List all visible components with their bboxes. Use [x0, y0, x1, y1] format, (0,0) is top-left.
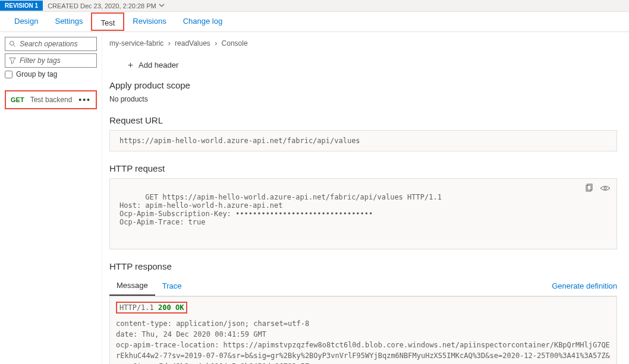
no-products-text: No products — [109, 95, 617, 103]
svg-point-4 — [604, 187, 606, 189]
http-method: GET — [11, 96, 24, 103]
page-tabs: Design Settings Test Revisions Change lo… — [0, 12, 629, 32]
status-line: HTTP/1.1 200 OK — [116, 302, 187, 314]
sidebar: Search operations Filter by tags Group b… — [0, 32, 102, 364]
tab-settings[interactable]: Settings — [46, 12, 91, 31]
svg-line-1 — [14, 45, 15, 47]
section-http-request: HTTP request — [109, 163, 617, 173]
http-response-box: HTTP/1.1 200 OK content-type: applicatio… — [109, 296, 617, 364]
section-http-response: HTTP response — [109, 261, 617, 271]
operation-row[interactable]: GET Test backend ••• — [5, 90, 97, 109]
breadcrumb: my-service-fabric › readValues › Console — [109, 39, 617, 48]
more-icon[interactable]: ••• — [78, 95, 91, 105]
generate-definition-link[interactable]: Generate definition — [552, 277, 617, 295]
operation-label: Test backend — [30, 96, 79, 104]
tab-revisions[interactable]: Revisions — [124, 12, 174, 31]
tab-design[interactable]: Design — [6, 12, 46, 31]
plus-icon: ＋ — [126, 59, 135, 71]
filter-input[interactable]: Filter by tags — [5, 53, 97, 68]
revision-bar: REVISION 1 CREATED Dec 23, 2020, 2:20:28… — [0, 0, 629, 12]
search-icon — [9, 40, 16, 48]
chevron-down-icon[interactable] — [159, 2, 165, 10]
group-by-tag-checkbox[interactable]: Group by tag — [5, 70, 97, 78]
section-product-scope: Apply product scope — [109, 80, 617, 90]
response-tabs: Message Trace Generate definition — [109, 276, 617, 296]
main-panel: my-service-fabric › readValues › Console… — [102, 32, 629, 364]
filter-icon — [9, 57, 16, 64]
svg-point-0 — [10, 42, 14, 46]
section-request-url: Request URL — [109, 115, 617, 125]
add-header-button[interactable]: ＋ Add header — [126, 59, 178, 71]
eye-icon[interactable] — [600, 183, 611, 193]
response-headers: content-type: application/json; charset=… — [116, 318, 611, 364]
tab-test[interactable]: Test — [92, 14, 123, 32]
tab-changelog[interactable]: Change log — [175, 12, 231, 31]
revision-created: CREATED Dec 23, 2020, 2:20:28 PM — [48, 2, 156, 10]
tab-message[interactable]: Message — [109, 276, 155, 296]
revision-badge: REVISION 1 — [0, 1, 43, 11]
search-input[interactable]: Search operations — [5, 37, 97, 51]
request-url-box: https://apim-hello-world.azure-api.net/f… — [109, 130, 617, 151]
http-request-box: GET https://apim-hello-world.azure-api.n… — [109, 178, 617, 249]
tab-trace[interactable]: Trace — [155, 277, 189, 295]
copy-icon[interactable] — [584, 183, 594, 193]
